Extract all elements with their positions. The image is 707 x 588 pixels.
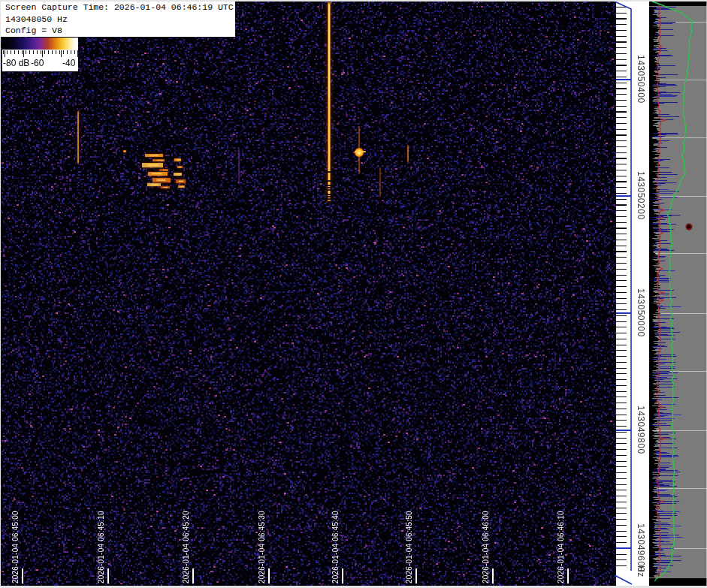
- legend-label-40db: -40: [62, 58, 75, 68]
- time-tick: [192, 568, 194, 583]
- time-label: 2026-01-04 06:45:50: [405, 511, 413, 583]
- legend-minor-ticks: [3, 50, 78, 54]
- time-tick: [268, 568, 270, 583]
- freq-label: 143050200: [636, 171, 646, 220]
- freq-label: 143050000: [636, 288, 646, 337]
- info-box: Screen Capture Time: 2026-01-04 06:46:19…: [0, 0, 235, 37]
- time-tick: [567, 568, 569, 583]
- color-scale-legend: -80 dB -60 -40: [2, 38, 78, 71]
- freq-label: 143050400: [636, 55, 646, 104]
- frequency-line: 143048050 Hz: [5, 14, 235, 26]
- freq-label: 143049600: [636, 523, 646, 572]
- time-tick: [492, 568, 494, 583]
- hz-unit-label: Hz: [636, 565, 646, 577]
- spectrum-panel: [649, 0, 707, 588]
- time-label: 2026-01-04 06:45:20: [182, 511, 190, 583]
- freq-major-tick: [616, 195, 631, 197]
- freq-major-tick: [616, 430, 631, 431]
- time-label: 2026-01-04 06:45:40: [331, 511, 340, 583]
- legend-major-tick: [61, 50, 62, 57]
- time-tick: [415, 568, 417, 583]
- legend-major-tick: [77, 50, 78, 57]
- legend-major-tick: [5, 50, 5, 57]
- time-tick: [107, 568, 109, 583]
- capture-time-line: Screen Capture Time: 2026-01-04 06:46:19…: [5, 2, 235, 14]
- config-line: Config = V8: [5, 25, 235, 37]
- time-label: 2026-01-04 06:45:10: [97, 511, 105, 583]
- color-gradient-bar: [2, 38, 78, 50]
- time-label: 2026-01-04 06:46:00: [482, 511, 490, 583]
- legend-label-80db: -80 dB: [3, 58, 29, 68]
- legend-label-60db: -60: [31, 58, 44, 68]
- freq-major-tick: [616, 312, 631, 314]
- spectrogram-waterfall: [0, 0, 616, 588]
- freq-label: 143049800: [636, 406, 646, 454]
- time-tick: [22, 568, 23, 583]
- freq-major-tick: [616, 547, 631, 549]
- freq-major-tick: [616, 79, 631, 80]
- time-label: 2026-01-04 06:46:10: [557, 511, 565, 583]
- spectrogram-app-window: 2026-01-04 06:45:002026-01-04 06:45:1020…: [0, 0, 707, 588]
- time-label: 2026-01-04 06:45:30: [258, 511, 266, 583]
- frequency-axis: 1430504001430502001430500001430498001430…: [616, 0, 649, 588]
- time-tick: [342, 568, 343, 583]
- legend-major-tick: [23, 50, 24, 57]
- legend-tick-marks: [3, 50, 78, 57]
- time-label: 2026-01-04 06:45:00: [11, 511, 20, 583]
- legend-major-tick: [42, 50, 43, 57]
